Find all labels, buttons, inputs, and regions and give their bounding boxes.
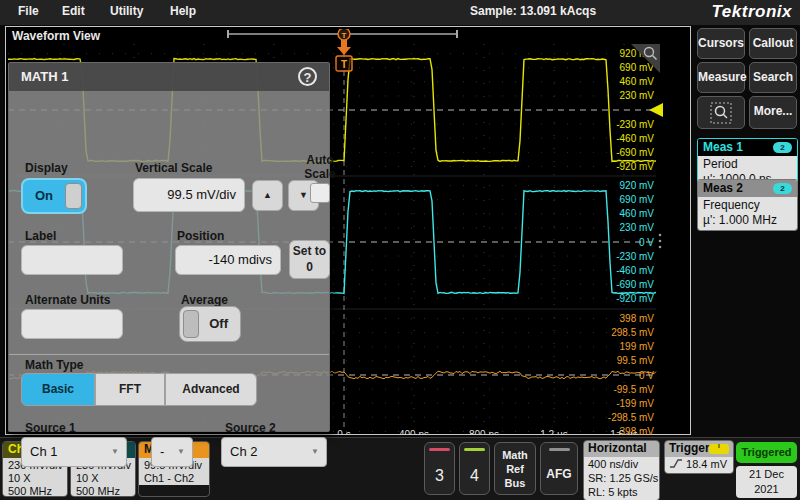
- source2-dropdown[interactable]: Ch 2 ▼: [221, 437, 327, 467]
- horizontal-header: Horizontal: [584, 441, 659, 457]
- average-label: Average: [181, 293, 228, 307]
- menu-utility[interactable]: Utility: [110, 4, 143, 18]
- math1-dialog-header[interactable]: MATH 1 ?: [9, 63, 329, 91]
- svg-text:-920 mV: -920 mV: [616, 161, 654, 172]
- sample-rate: SR: 1.25 GS/s: [588, 472, 659, 486]
- horizontal-scale: 400 ns/div: [588, 458, 659, 472]
- label-field[interactable]: [21, 245, 123, 275]
- afg-button[interactable]: AFG: [540, 442, 578, 495]
- scale-up-button[interactable]: ▲: [252, 180, 283, 211]
- svg-text:T: T: [341, 59, 347, 70]
- label-label: Label: [25, 229, 56, 243]
- channel4-button[interactable]: 4: [459, 442, 490, 495]
- record-length: RL: 5 kpts: [588, 486, 659, 500]
- ch2-bandwidth: 500 MHz: [76, 485, 135, 497]
- position-field[interactable]: -140 mdivs: [175, 245, 281, 275]
- svg-text:400 ns: 400 ns: [399, 429, 429, 435]
- date-label: 21 Dec 2021: [736, 467, 797, 497]
- horizontal-settings: 400 ns/div SR: 1.25 GS/s RL: 5 kpts: [584, 457, 659, 500]
- measure-button[interactable]: Measure: [697, 62, 745, 93]
- source2-value: Ch 2: [230, 444, 257, 459]
- meas1-name: Meas 1: [703, 140, 743, 154]
- ch1-atten: 10 X: [8, 472, 67, 485]
- display-label: Display: [25, 161, 68, 175]
- svg-text:690 mV: 690 mV: [620, 62, 655, 73]
- svg-text:-298.5 mV: -298.5 mV: [608, 412, 654, 423]
- rising-edge-icon: [669, 458, 683, 469]
- alternate-units-label: Alternate Units: [25, 293, 110, 307]
- average-toggle[interactable]: Off: [179, 306, 241, 342]
- math-ref-bus-label: Math: [495, 449, 535, 463]
- svg-text:800 ns: 800 ns: [469, 429, 499, 435]
- svg-text:199 mV: 199 mV: [620, 341, 655, 352]
- menu-bar: File Edit Utility Help Sample: 13.091 kA…: [0, 0, 800, 25]
- trigger-level: 18.4 mV: [686, 458, 727, 470]
- auto-scale-checkbox[interactable]: [310, 183, 330, 203]
- math1-expression: Ch1 - Ch2: [144, 472, 209, 485]
- ch4-color-strip: [464, 448, 485, 451]
- display-toggle[interactable]: On: [21, 178, 87, 214]
- meas2-value: µ': 1.000 MHz: [703, 213, 792, 228]
- svg-text:298.5 mV: 298.5 mV: [611, 327, 654, 338]
- vertical-scale-field[interactable]: 99.5 mV/div: [133, 178, 245, 212]
- menu-help[interactable]: Help: [170, 4, 196, 18]
- ch3-color-strip: [429, 448, 450, 451]
- trigger-name: Trigger: [669, 441, 710, 455]
- help-icon[interactable]: ?: [298, 67, 317, 86]
- math-type-fft[interactable]: FFT: [95, 373, 165, 406]
- menu-file[interactable]: File: [18, 4, 39, 18]
- datetime-box: 21 Dec 2021 1:35:33 AM: [736, 466, 797, 498]
- ch1-bandwidth: 500 MHz: [8, 485, 67, 497]
- math-type-label: Math Type: [25, 358, 83, 372]
- ch2-atten: 10 X: [76, 472, 135, 485]
- vertical-scale-label: Vertical Scale: [135, 161, 212, 175]
- svg-text:920 mV: 920 mV: [620, 180, 655, 191]
- source1-value: Ch 1: [30, 444, 57, 459]
- svg-text:-230 mV: -230 mV: [616, 251, 654, 262]
- trigger-badge[interactable]: Trigger 18.4 mV: [664, 440, 734, 474]
- math-type-basic[interactable]: Basic: [21, 373, 95, 406]
- tektronix-logo: Tektronix: [712, 2, 792, 22]
- callout-button[interactable]: Callout: [749, 28, 797, 59]
- svg-text:398 mV: 398 mV: [620, 313, 655, 324]
- svg-text:1.2 µs: 1.2 µs: [540, 429, 567, 435]
- math-ref-bus-label: Ref: [495, 463, 535, 477]
- display-toggle-value: On: [35, 188, 53, 203]
- meas2-name: Meas 2: [703, 181, 743, 195]
- up-arrow-icon: ▲: [263, 190, 272, 200]
- zoom-magnifier-icon: [710, 102, 732, 124]
- cursors-button[interactable]: Cursors: [697, 28, 745, 59]
- chevron-down-icon: ▼: [311, 438, 319, 466]
- meas2-badge[interactable]: Meas 2 2 Frequency µ': 1.000 MHz: [697, 179, 798, 231]
- svg-text:230 mV: 230 mV: [620, 90, 655, 101]
- set-to-zero-button[interactable]: Set to 0: [289, 240, 330, 279]
- position-label: Position: [177, 229, 224, 243]
- horizontal-badge[interactable]: Horizontal 400 ns/div SR: 1.25 GS/s RL: …: [583, 440, 660, 500]
- search-button[interactable]: Search: [749, 62, 797, 93]
- operator-dropdown[interactable]: - ▼: [151, 437, 193, 467]
- source2-label: Source 2: [225, 421, 276, 435]
- alternate-units-field[interactable]: [21, 309, 123, 339]
- channel3-button[interactable]: 3: [424, 442, 455, 495]
- menu-edit[interactable]: Edit: [62, 4, 85, 18]
- zoom-mode-button[interactable]: [697, 96, 745, 129]
- more-button[interactable]: More...: [749, 96, 797, 129]
- svg-text:690 mV: 690 mV: [620, 194, 655, 205]
- svg-text:-690 mV: -690 mV: [616, 279, 654, 290]
- meas2-header: Meas 2 2: [698, 180, 797, 197]
- svg-text:1.6 µs: 1.6 µs: [610, 429, 637, 435]
- meas2-type: Frequency: [703, 198, 792, 213]
- toggle-knob: [183, 310, 199, 338]
- sample-counter: Sample: 13.091 kAcqs: [470, 4, 596, 18]
- math1-dialog: MATH 1 ? Display On Vertical Scale 99.5 …: [8, 62, 330, 432]
- auto-scale-label: Auto Scale: [302, 154, 338, 182]
- dialog-divider: [9, 353, 329, 355]
- trigger-header: Trigger: [665, 441, 733, 457]
- meas2-body: Frequency µ': 1.000 MHz: [698, 197, 797, 230]
- math-ref-bus-button[interactable]: Math Ref Bus: [494, 442, 536, 495]
- math-type-advanced[interactable]: Advanced: [165, 373, 257, 406]
- afg-color-strip: [549, 448, 570, 451]
- chevron-down-icon: ▼: [111, 438, 119, 466]
- oscilloscope-app: File Edit Utility Help Sample: 13.091 kA…: [0, 0, 800, 500]
- source1-dropdown[interactable]: Ch 1 ▼: [21, 437, 127, 467]
